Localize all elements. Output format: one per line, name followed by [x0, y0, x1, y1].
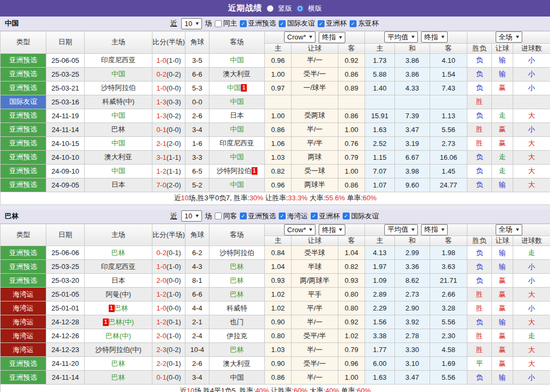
odds-value: 0.93: [265, 274, 292, 288]
corner-count: 8-1: [185, 274, 209, 288]
match-type-badge: 亚洲预选: [1, 274, 46, 288]
odds-value: 平/半: [292, 136, 338, 150]
recent-count-select[interactable]: 10: [181, 210, 201, 222]
away-team-name: 中国: [230, 125, 244, 133]
radio-horizontal[interactable]: [297, 5, 303, 12]
avg-odds-value: 4.10: [430, 53, 467, 67]
match-row: 国际友谊25-03-16科威特(中)1-3(0-3)0-0中国胜: [1, 95, 550, 109]
league-checkbox[interactable]: ✓: [350, 20, 357, 27]
match-row: 海湾运25-01-05阿曼(中)1-2(1-0)6-6巴林1.02平手0.802…: [1, 288, 550, 301]
odds-value: 一/球半: [292, 81, 338, 95]
league-checkbox[interactable]: ✓: [311, 213, 318, 219]
away-team: 中国: [209, 150, 265, 164]
corner-count: 6-6: [185, 288, 209, 301]
result-flag: 走: [513, 246, 550, 260]
result-flag: 小: [513, 67, 550, 81]
fulltime-score: 2-2: [156, 360, 166, 368]
home-team-name: 巴林: [111, 373, 125, 381]
match-row: 海湾运25-01-011巴林1-0(0-0)4-4科威特1.02平/半0.802…: [1, 301, 550, 315]
odds-value: 0.92: [338, 315, 365, 329]
league-checkbox[interactable]: ✓: [279, 20, 286, 27]
match-date: 24-11-20: [46, 357, 85, 371]
match-type-badge: 亚洲预选: [1, 150, 46, 164]
bookmaker-select[interactable]: Crow*: [284, 31, 316, 43]
average-select[interactable]: 平均值: [384, 224, 418, 235]
odds-value: 1.02: [265, 301, 292, 315]
match-date: 24-10-15: [46, 136, 85, 150]
odds-value: 0.76: [338, 136, 365, 150]
home-team-name: 科威特(中): [102, 97, 135, 105]
col-header: 角球: [185, 31, 209, 54]
halftime-score: (0-1): [166, 318, 181, 326]
result-flag: 输: [492, 67, 513, 81]
score-cell: 2-1(2-0): [152, 136, 185, 150]
result-flag: 大: [513, 150, 550, 164]
league-checkbox[interactable]: ✓: [343, 213, 350, 219]
home-team: 巴林(中): [85, 329, 152, 343]
away-team-name: 澳大利亚: [223, 70, 251, 78]
final-odds-select-2[interactable]: 终指: [421, 31, 448, 43]
home-team-name: 日本: [111, 181, 125, 189]
match-type-badge: 海湾运: [1, 288, 46, 301]
home-team-name: 中国: [111, 167, 125, 175]
bookmaker-select[interactable]: Crow*: [284, 224, 316, 235]
corner-count: 1-6: [185, 136, 209, 150]
match-row: 亚洲预选25-03-25印度尼西亚1-0(1-0)4-3巴林1.04半球0.82…: [1, 260, 550, 274]
avg-odds-value: 1.07: [365, 178, 395, 192]
away-team: 沙特阿拉伯: [209, 246, 265, 260]
avg-odds-value: 9.60: [395, 178, 430, 192]
period-select[interactable]: 全场: [496, 31, 522, 43]
match-date: 25-03-20: [46, 274, 85, 288]
recent-count-select[interactable]: 10: [181, 18, 201, 29]
league-checkbox[interactable]: ✓: [318, 20, 325, 27]
result-flag: 走: [513, 329, 550, 343]
section-china: 中国近10场同主✓亚洲预选✓国际友谊✓亚洲杯✓东亚杯类型日期主场比分(半场)角球…: [0, 17, 550, 205]
score-cell: 3-1(1-1): [152, 150, 185, 164]
same-venue-checkbox[interactable]: [215, 213, 222, 219]
summary-stat-value: 40%: [325, 387, 339, 392]
corner-count: 2-4: [185, 329, 209, 343]
odds-value: 1.02: [265, 288, 292, 301]
radio-vertical-label: 竖版: [278, 4, 292, 13]
league-checkbox[interactable]: ✓: [240, 20, 247, 27]
odds-value: 半/一: [292, 53, 338, 67]
league-checkbox[interactable]: ✓: [279, 213, 286, 219]
odds-value: 1.03: [265, 343, 292, 357]
period-select[interactable]: 全场: [496, 224, 522, 235]
match-type-badge: 亚洲预选: [1, 371, 46, 385]
odds-value: 0.86: [265, 123, 292, 136]
home-team-name: 巴林: [115, 304, 128, 312]
red-card-badge: 1: [241, 84, 247, 92]
final-odds-select-value: 终指: [322, 225, 336, 235]
away-team: 中国: [209, 123, 265, 136]
same-venue-checkbox[interactable]: [215, 20, 222, 27]
average-select[interactable]: 平均值: [384, 31, 418, 43]
chevron-down-icon: [516, 228, 519, 231]
summary-stat-label: 大率:: [308, 387, 325, 392]
odds-value: 0.89: [338, 81, 365, 95]
home-team-name: 澳大利亚: [104, 153, 132, 161]
odds-value: 0.79: [338, 150, 365, 164]
result-flag: 负: [467, 274, 492, 288]
period-select-value: 全场: [499, 225, 513, 234]
recent-label: 近: [170, 211, 177, 221]
page-title: 近期战绩: [228, 3, 262, 13]
match-date: 24-12-28: [46, 315, 85, 329]
final-odds-select[interactable]: 终指: [319, 32, 345, 43]
league-checkbox[interactable]: ✓: [240, 213, 247, 219]
final-odds-select-2[interactable]: 终指: [421, 224, 448, 235]
avg-odds-value: 1.63: [365, 123, 395, 136]
chevron-down-icon: [196, 22, 199, 25]
summary-stat-label: 大率:: [308, 194, 325, 202]
final-odds-select[interactable]: 终指: [319, 224, 345, 235]
score-cell: 7-0(2-0): [152, 178, 185, 192]
result-flag: 大: [513, 357, 550, 371]
result-flag: 负: [467, 67, 492, 81]
summary-stat-label: 让胜率:: [269, 387, 294, 392]
corner-count: 4-3: [185, 260, 209, 274]
radio-vertical[interactable]: [267, 5, 273, 12]
odds-value: 受平/半: [292, 329, 338, 343]
odds-value: 0.86: [265, 371, 292, 385]
col-header: 日期: [46, 31, 85, 54]
match-type-badge: 亚洲预选: [1, 109, 46, 123]
